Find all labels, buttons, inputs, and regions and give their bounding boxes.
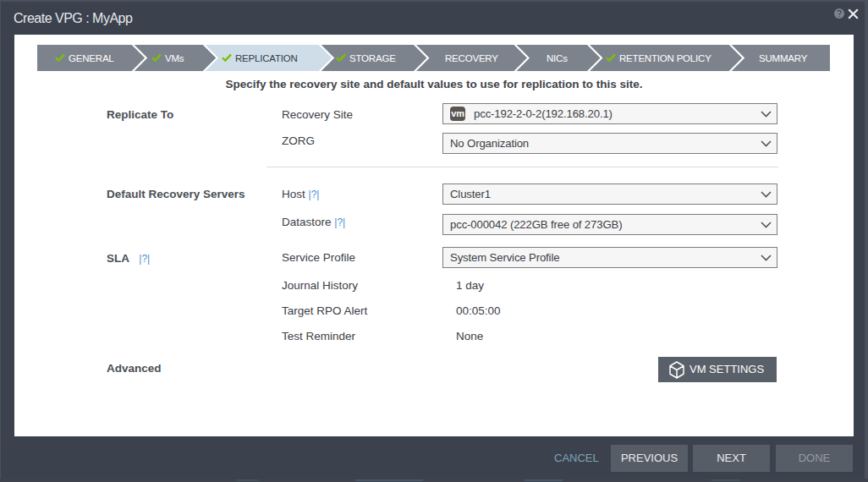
- svg-text:?: ?: [837, 8, 842, 19]
